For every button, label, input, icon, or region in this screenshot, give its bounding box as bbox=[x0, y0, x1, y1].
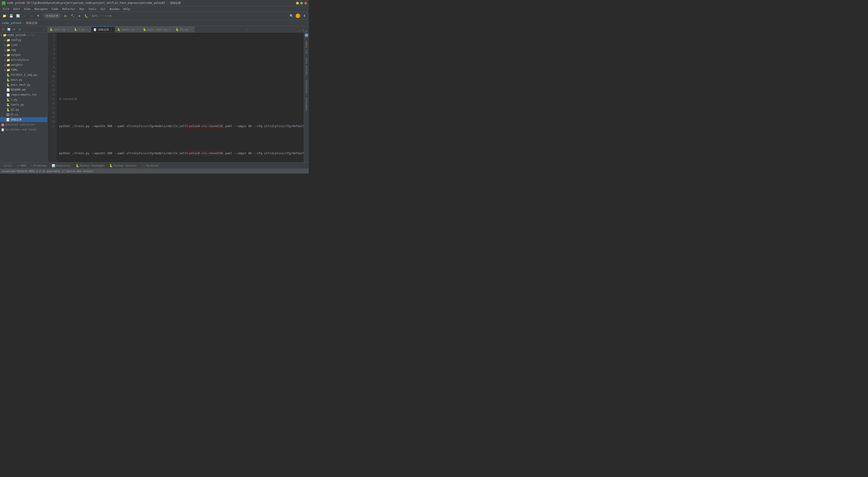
right-tab-tabnine[interactable]: Tabnine Chat bbox=[304, 56, 309, 78]
bottom-tab-terminal[interactable]: ⬛ Terminal bbox=[139, 163, 161, 169]
problems-tab-label: Problems bbox=[34, 164, 47, 167]
tab-tpy-close[interactable]: ✕ bbox=[87, 28, 89, 31]
tree-item-uipy[interactable]: 🐍 UI.py bbox=[0, 107, 47, 112]
tree-item-fer2013[interactable]: 🐍 fer2013_2_img.py bbox=[0, 72, 47, 77]
maintest-file-icon: 🐍 bbox=[6, 83, 10, 87]
fer2013-label: fer2013_2_img.py bbox=[11, 73, 37, 77]
tree-item-external[interactable]: 📚 External Libraries bbox=[0, 122, 47, 127]
sidebar-collapse-button[interactable]: ⊟ bbox=[1, 27, 6, 32]
sidebar-refresh-button[interactable]: 🔄 bbox=[6, 27, 11, 32]
code-editor[interactable]: # resnet18 python ./train.py --epochs 30… bbox=[57, 33, 304, 162]
maintest-label: main_test.py bbox=[11, 83, 31, 86]
tree-item-readme[interactable]: 📄 README.md bbox=[0, 87, 47, 92]
img-label: img bbox=[11, 49, 16, 52]
root-label: code_yolov8 bbox=[7, 33, 25, 37]
sidebar-settings-button[interactable]: ⚙ bbox=[17, 27, 22, 32]
menu-refactor[interactable]: Refactor bbox=[60, 7, 77, 11]
yaml-arrow-icon: ▶ bbox=[4, 69, 6, 71]
bottom-tab-todo[interactable]: ✔ TODO bbox=[15, 163, 29, 169]
tree-item-main[interactable]: 🐍 main.py bbox=[0, 77, 47, 82]
sidebar: ⊟ 🔄 ⚙ ⚙ ⋮ ▼ 📁 code_yolov8 D:\lg\... ▶ 📁 … bbox=[0, 26, 48, 162]
right-tab-gitcoder[interactable]: Git Coder bbox=[304, 38, 309, 56]
stop-button[interactable]: ■ bbox=[76, 13, 82, 19]
branch-selector[interactable]: main ▼ bbox=[44, 13, 60, 18]
menu-help[interactable]: Help bbox=[122, 7, 132, 11]
update-button[interactable]: ⬆ bbox=[302, 13, 307, 19]
sidebar-more-button[interactable]: ⋮ bbox=[41, 27, 46, 32]
menu-run[interactable]: Run bbox=[78, 7, 86, 11]
path-project: code_yolov8 bbox=[2, 21, 21, 25]
search-button[interactable]: 🔍 bbox=[288, 13, 294, 19]
tree-item-output[interactable]: ▶ 📁 output bbox=[0, 53, 47, 57]
right-tab-sonarlint[interactable]: SonarLint bbox=[304, 78, 309, 95]
tree-item-notes[interactable]: 📝 训练记录 bbox=[0, 117, 47, 122]
tree-item-uiui[interactable]: 🖼 UI.ui bbox=[0, 112, 47, 117]
tab-mainpy[interactable]: 🐍 main.py ✕ bbox=[48, 26, 72, 32]
profile-button[interactable] bbox=[296, 13, 300, 18]
toolbar-open-button[interactable]: 📁 bbox=[1, 13, 7, 19]
build-button[interactable]: 🔨 bbox=[70, 13, 75, 19]
menu-git[interactable]: Git bbox=[99, 7, 107, 11]
tree-item-ultralytics[interactable]: ▶ 📁 ultralytics bbox=[0, 57, 47, 62]
menu-edit[interactable]: Edit bbox=[11, 7, 22, 11]
ln-4: 4 bbox=[48, 47, 55, 52]
tree-item-icon[interactable]: ▶ 📁 icon bbox=[0, 42, 47, 48]
tree-item-yaml[interactable]: ▶ 📁 YAML bbox=[0, 67, 47, 72]
tree-item-weights[interactable]: ▶ 📁 weights bbox=[0, 62, 47, 67]
tab-uipy[interactable]: 🐍 UI.py ✕ bbox=[174, 26, 194, 32]
menu-view[interactable]: View bbox=[22, 7, 32, 11]
tabs-more-button[interactable]: ⋮ bbox=[244, 26, 250, 32]
bottom-tab-git[interactable]: ⎇ Git bbox=[1, 163, 14, 169]
tree-root[interactable]: ▼ 📁 code_yolov8 D:\lg\... bbox=[0, 33, 47, 37]
close-button[interactable] bbox=[304, 2, 307, 4]
menu-navigate[interactable]: Navigate bbox=[33, 7, 50, 11]
tab-uipy-close[interactable]: ✕ bbox=[190, 28, 192, 31]
packages-tab-icon: 🐍 bbox=[76, 164, 79, 167]
tree-item-img[interactable]: ▶ 📁 img bbox=[0, 48, 47, 53]
toolbar-back-button[interactable]: ← bbox=[22, 13, 28, 19]
toolbar-forward-button[interactable]: → bbox=[29, 13, 34, 19]
tree-item-tools[interactable]: 🐍 tools.py bbox=[0, 102, 47, 107]
output-folder-icon: 📁 bbox=[6, 53, 10, 57]
right-tab-codecheck[interactable]: CodeCheck bbox=[304, 96, 309, 113]
toolbar-refresh-button[interactable]: 🔄 bbox=[15, 13, 21, 19]
tab-notes-label: 训练记录 bbox=[98, 28, 109, 32]
menu-code[interactable]: Code bbox=[50, 7, 60, 11]
tab-tpy[interactable]: 🐍 t.py ✕ bbox=[72, 26, 91, 32]
notes-label: 训练记录 bbox=[11, 118, 22, 122]
tab-notes-close[interactable]: ✕ bbox=[110, 28, 113, 31]
menu-window[interactable]: Window bbox=[108, 7, 121, 11]
menu-file[interactable]: File bbox=[1, 7, 11, 11]
terminal-tab-label: Terminal bbox=[146, 164, 159, 167]
maximize-button[interactable] bbox=[300, 2, 303, 4]
branch-name: main bbox=[49, 14, 55, 18]
tree-item-t[interactable]: 🐍 t.py bbox=[0, 97, 47, 102]
tab-toolspy-label: tools.py bbox=[122, 28, 135, 31]
tab-maintestpy-close[interactable]: ✕ bbox=[168, 28, 171, 31]
console-tab-icon: 🐍 bbox=[110, 164, 113, 167]
toolbar-dropdown-button[interactable]: ▼ bbox=[35, 13, 41, 19]
toolbar-save-button[interactable]: 💾 bbox=[8, 13, 14, 19]
tab-notes[interactable]: 📝 训练记录 ✕ bbox=[91, 26, 115, 32]
debug-button[interactable]: 🐛 bbox=[83, 13, 89, 19]
bottom-tab-packages[interactable]: 🐍 Python Packages bbox=[73, 163, 107, 169]
window-controls[interactable] bbox=[296, 2, 307, 4]
scratches-icon: 📋 bbox=[1, 128, 4, 131]
sidebar-content: ▼ 📁 code_yolov8 D:\lg\... ▶ 📁 config ▶ 📁… bbox=[0, 33, 47, 162]
menu-tools[interactable]: Tools bbox=[87, 7, 98, 11]
tree-item-requirements[interactable]: 📄 requirements.txt bbox=[0, 92, 47, 97]
tab-maintestpy[interactable]: 🐍 main_test.py ✕ bbox=[141, 26, 174, 32]
tree-item-scratches[interactable]: 📋 Scratches and Conso bbox=[0, 127, 47, 132]
tab-mainpy-close[interactable]: ✕ bbox=[67, 28, 69, 31]
tab-toolspy-close[interactable]: ✕ bbox=[136, 28, 138, 31]
tree-item-config[interactable]: ▶ 📁 config bbox=[0, 37, 47, 42]
run-button[interactable]: ▶ bbox=[63, 13, 69, 19]
bottom-tab-problems[interactable]: ⚠ Problems bbox=[29, 163, 49, 169]
sidebar-filter-button[interactable]: ⚙ bbox=[12, 27, 17, 32]
bottom-tab-console[interactable]: 🐍 Python Console bbox=[107, 163, 139, 169]
ln-17: 17 bbox=[48, 106, 55, 110]
minimize-button[interactable] bbox=[296, 2, 299, 4]
tree-item-maintest[interactable]: 🐍 main_test.py bbox=[0, 82, 47, 87]
bottom-tab-statistic[interactable]: 📊 Statistic bbox=[50, 163, 73, 169]
tab-toolspy[interactable]: 🐍 tools.py ✕ bbox=[115, 26, 141, 32]
